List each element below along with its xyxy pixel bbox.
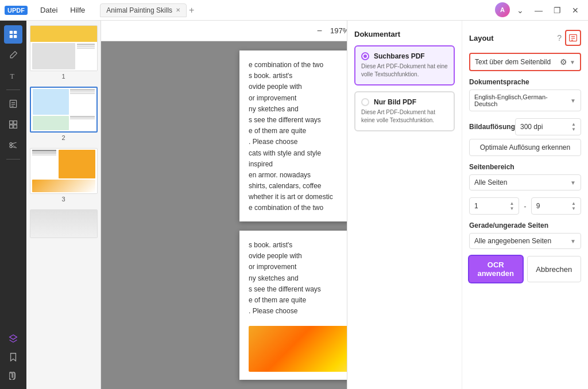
thumbnail-3[interactable]: 3 [30, 148, 97, 203]
tab-bar: Animal Painting Skills ✕ + [100, 3, 490, 17]
image-only-pdf-card[interactable]: Nur Bild PDF Diese Art PDF-Dokument hat … [354, 91, 455, 131]
odd-even-label: Gerade/ungerade Seiten [469, 221, 581, 229]
help-icon[interactable]: ? [557, 33, 562, 42]
doc-lang-label: Dokumentsprache [469, 78, 581, 86]
tab-close-icon[interactable]: ✕ [176, 7, 180, 13]
gear-icon[interactable]: ⚙ [560, 57, 567, 67]
thumb-label-3: 3 [30, 196, 97, 203]
thumbnail-img-2 [30, 87, 98, 133]
image-res-label: Bildauflösung [469, 123, 515, 131]
layout-dropdown-arrow: ▼ [570, 59, 575, 65]
image-only-pdf-radio[interactable] [361, 98, 369, 106]
sidebar-pages-icon[interactable] [4, 95, 22, 113]
svg-rect-0 [10, 31, 13, 34]
image-only-pdf-desc: Diese Art PDF-Dokument hat keine volle T… [361, 108, 448, 125]
thumbnail-1[interactable]: 1 [30, 25, 97, 80]
page-from-input[interactable]: 1 ▲▼ [469, 197, 519, 215]
chevron-down-icon[interactable]: ⌄ [512, 2, 528, 18]
ocr-panel: Dokumentart Suchbares PDF Diese Art PDF-… [347, 21, 588, 389]
page-from-spinners[interactable]: ▲▼ [509, 201, 514, 211]
thumb-label-1: 1 [30, 73, 97, 80]
page-range-arrow: ▼ [570, 180, 576, 186]
page-to-value: 9 [536, 202, 540, 210]
page-range-dash: - [524, 202, 526, 211]
layout-select[interactable]: Text über dem Seitenbild ⚙ ▼ [469, 53, 581, 71]
document-tab[interactable]: Animal Painting Skills ✕ [100, 3, 187, 17]
page-range-value: Alle Seiten [474, 178, 507, 186]
doc-lang-arrow: ▼ [570, 98, 576, 104]
doc-lang-select[interactable]: English-Englisch,German-Deutsch ▼ [469, 90, 581, 111]
sidebar-grid-icon[interactable] [4, 115, 22, 134]
layout-selected-value: Text über dem Seitenbild [475, 58, 551, 66]
searchable-pdf-header: Suchbares PDF [361, 52, 448, 60]
sidebar-attachment-icon[interactable] [4, 366, 22, 384]
image-only-pdf-name: Nur Bild PDF [374, 98, 416, 106]
titlebar: UPDF Datei Hilfe Animal Painting Skills … [0, 0, 588, 21]
svg-rect-11 [10, 125, 13, 129]
page-range-label: Seitenbereich [469, 163, 581, 171]
maximize-button[interactable]: ❐ [549, 2, 565, 18]
settings-section: Layout ? Text über dem Seitenbild ⚙ ▼ Do… [462, 21, 588, 389]
thumbnail-panel: 1 [26, 21, 101, 389]
svg-point-13 [10, 143, 12, 145]
image-res-value: 300 dpi [520, 123, 543, 131]
titlebar-menu: Datei Hilfe [34, 3, 91, 17]
new-tab-button[interactable]: + [189, 5, 194, 15]
thumbnail-4[interactable] [30, 209, 97, 238]
odd-even-value: Alle angegebenen Seiten [474, 237, 551, 245]
menu-hilfe[interactable]: Hilfe [64, 3, 91, 17]
page-to-spinners[interactable]: ▲▼ [571, 201, 576, 211]
settings-header: Layout ? [469, 30, 581, 46]
searchable-pdf-name: Suchbares PDF [374, 52, 425, 60]
doc-type-section: Dokumentart Suchbares PDF Diese Art PDF-… [347, 21, 462, 389]
sidebar-text-icon[interactable]: T [4, 67, 22, 85]
detect-resolution-button[interactable]: Optimale Auflösung erkennen [469, 139, 581, 156]
thumbnail-img-3 [30, 148, 98, 194]
page-from-value: 1 [474, 202, 478, 210]
searchable-pdf-desc: Diese Art PDF-Dokument hat eine volle Te… [361, 63, 448, 79]
svg-rect-10 [14, 121, 17, 125]
svg-rect-1 [14, 31, 17, 34]
zoom-out-button[interactable]: − [314, 26, 326, 36]
sidebar-bottom [4, 329, 22, 384]
close-button[interactable]: ✕ [567, 2, 583, 18]
action-buttons-row: OCR anwenden Abbrechen [469, 256, 581, 282]
svg-text:T: T [10, 72, 14, 80]
sidebar-layers-icon[interactable] [4, 329, 22, 348]
sidebar-home-icon[interactable] [4, 25, 22, 44]
sidebar-bookmark-icon[interactable] [4, 348, 22, 366]
odd-even-arrow: ▼ [570, 238, 576, 244]
main-layout: T [0, 21, 588, 389]
searchable-pdf-card[interactable]: Suchbares PDF Diese Art PDF-Dokument hat… [354, 45, 455, 85]
image-res-input[interactable]: 300 dpi ▲▼ [515, 118, 581, 135]
minimize-button[interactable]: — [531, 2, 547, 18]
odd-even-select[interactable]: Alle angegebenen Seiten ▼ [469, 233, 581, 249]
svg-rect-2 [10, 35, 13, 38]
thumbnail-2[interactable]: 2 [30, 87, 97, 141]
searchable-pdf-radio[interactable] [361, 52, 369, 60]
sidebar-edit-icon[interactable] [4, 46, 22, 64]
window-controls: A ⌄ — ❐ ✕ [495, 2, 583, 18]
sidebar-divider-2 [6, 159, 20, 160]
ocr-apply-button[interactable]: OCR anwenden [469, 256, 523, 282]
layout-title: Layout [469, 34, 494, 42]
svg-rect-12 [14, 125, 17, 129]
svg-rect-3 [14, 35, 17, 38]
doc-type-title: Dokumentart [354, 30, 455, 38]
ocr-icon-button[interactable] [565, 30, 581, 46]
page-to-input[interactable]: 9 ▲▼ [531, 197, 581, 215]
doc-lang-value: English-Englisch,German-Deutsch [474, 94, 570, 107]
sidebar-scissors-icon[interactable] [4, 136, 22, 154]
page-range-select[interactable]: Alle Seiten ▼ [469, 174, 581, 190]
svg-rect-9 [10, 121, 13, 125]
sidebar-divider-1 [6, 90, 20, 90]
svg-line-15 [12, 142, 17, 143]
menu-datei[interactable]: Datei [34, 3, 63, 17]
thumbnail-img-1 [30, 25, 98, 71]
cancel-button[interactable]: Abbrechen [527, 256, 582, 282]
left-sidebar: T [0, 21, 26, 389]
thumb-label-2: 2 [30, 134, 97, 141]
image-res-spinners[interactable]: ▲▼ [571, 122, 576, 132]
app-logo: UPDF [5, 6, 28, 15]
thumbnail-img-4 [30, 209, 98, 238]
